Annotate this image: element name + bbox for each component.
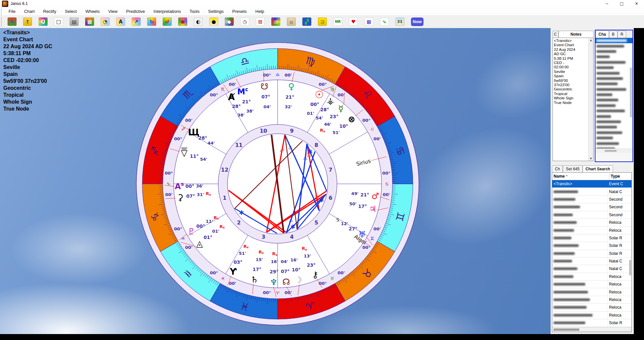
maximize-button[interactable]: □ <box>614 0 629 7</box>
chart-file-item[interactable] <box>595 76 632 81</box>
chart-file-item[interactable] <box>595 103 632 108</box>
table-row[interactable]: Reloca <box>552 312 631 319</box>
chart-file-item[interactable] <box>595 97 632 103</box>
nr-rating-icon[interactable]: NR <box>333 17 342 26</box>
chart-file-item[interactable] <box>595 92 632 97</box>
table-row[interactable]: Natal C <box>552 257 631 265</box>
aspect-table-icon[interactable]: ▦ <box>364 17 373 26</box>
calendar-icon[interactable]: 21 <box>395 17 404 26</box>
chart-file-item[interactable] <box>595 54 632 59</box>
minimize-button[interactable]: − <box>599 0 614 7</box>
tab-r[interactable]: R <box>618 31 627 38</box>
table-row[interactable]: Second <box>552 203 631 211</box>
chart-file-item[interactable] <box>595 114 632 119</box>
menu-tools[interactable]: Tools <box>185 8 204 15</box>
tab-cha[interactable]: Cha <box>595 31 609 38</box>
files-scrollbar-thumb[interactable] <box>630 68 632 117</box>
chart-file-item[interactable] <box>595 124 632 130</box>
chart-files-list[interactable] <box>595 38 632 153</box>
tab-chart-search[interactable]: Chart Search <box>583 165 613 172</box>
notes-listbox[interactable]: <Transits>Event Chart22 Aug 2024AD GC5:3… <box>553 38 593 161</box>
page-view-icon[interactable]: ▦ <box>85 17 94 26</box>
chart-edit-icon[interactable]: ✎ <box>8 17 17 26</box>
eclipse-icon[interactable]: ● <box>209 17 218 26</box>
table-row[interactable]: Natal C <box>552 188 631 195</box>
chart-file-item[interactable] <box>595 38 632 43</box>
table-row[interactable]: Reloca <box>552 296 631 304</box>
scroll-down-icon[interactable]: ▼ <box>590 156 592 161</box>
synastry-hearts-icon[interactable]: ♥ <box>349 17 358 26</box>
menu-file[interactable]: File <box>4 8 20 15</box>
table-row[interactable]: Solar R <box>552 319 631 327</box>
menu-select[interactable]: Select <box>60 8 81 15</box>
clock-icon[interactable]: ◷ <box>240 17 249 26</box>
table-row[interactable]: <Transits>Event C <box>552 180 631 188</box>
table-row[interactable]: Reloca <box>552 219 631 226</box>
chart-file-item[interactable] <box>595 108 632 114</box>
menu-presets[interactable]: Presets <box>228 8 251 15</box>
chart-file-item[interactable] <box>595 81 632 86</box>
chart-file-item[interactable] <box>595 135 632 141</box>
biwheel-ab-icon[interactable]: A <box>116 17 125 26</box>
notes-scrollbar[interactable]: ▲ ▼ <box>588 38 593 161</box>
column-header-name[interactable]: Name ^ <box>552 174 609 179</box>
table-row[interactable]: Reloca <box>552 288 631 296</box>
people-pair-icon[interactable]: ◐ <box>194 17 203 26</box>
close-button[interactable]: ✕ <box>629 0 644 7</box>
menu-settings[interactable]: Settings <box>204 8 228 15</box>
tab-chart-partial[interactable]: C <box>553 31 559 38</box>
menu-help[interactable]: Help <box>251 8 269 15</box>
tab-b[interactable]: B <box>609 31 618 38</box>
open-chart-icon[interactable]: ↑ <box>23 17 32 26</box>
number-grid-icon[interactable]: ⊞ <box>256 17 265 26</box>
table-row[interactable]: Second <box>552 196 631 203</box>
wheel-badge-icon[interactable]: ◉ <box>178 17 187 26</box>
tab-set-645[interactable]: Set 645 <box>563 165 582 172</box>
menu-interpretations[interactable]: Interpretations <box>149 8 185 15</box>
grid-hscroll-thumb[interactable] <box>554 328 579 331</box>
rotate-back-t-icon[interactable]: ↺ <box>163 17 172 26</box>
bullseye-icon[interactable]: ◎ <box>271 17 280 26</box>
menu-wheels[interactable]: Wheels <box>81 8 104 15</box>
grid-vscroll-thumb[interactable] <box>629 260 631 275</box>
world-map-icon[interactable]: ▞ <box>302 17 311 26</box>
chart-file-item[interactable] <box>595 87 632 92</box>
scroll-up-icon[interactable]: ▲ <box>590 38 592 42</box>
rotate-forward-icon[interactable]: ↻ <box>147 17 156 26</box>
kite-pattern-icon[interactable]: ◆ <box>225 17 234 26</box>
biwheel-s-icon[interactable]: ◔ <box>101 17 110 26</box>
column-header-type[interactable]: Type <box>609 174 631 179</box>
grid-hscrollbar[interactable] <box>552 327 631 332</box>
files-hscrollbar[interactable] <box>595 149 632 153</box>
car-icon[interactable]: ⊐ <box>318 17 327 26</box>
now-button[interactable]: Now <box>411 17 424 26</box>
table-row[interactable]: Reloca <box>552 281 631 288</box>
menu-predictive[interactable]: Predictive <box>122 8 149 15</box>
table-row[interactable]: Second <box>552 211 631 219</box>
table-row[interactable]: Natal C <box>552 265 631 273</box>
table-row[interactable]: Reloca <box>552 273 631 281</box>
table-row[interactable]: Solar R <box>552 250 631 257</box>
table-row[interactable]: Solar R <box>552 242 631 250</box>
tab-ch[interactable]: Ch <box>552 165 563 172</box>
chart-file-item[interactable] <box>595 141 632 146</box>
wheel-arrow-icon[interactable]: ↗ <box>132 17 141 26</box>
chart-file-item[interactable] <box>595 119 632 124</box>
table-row[interactable]: Solar R <box>552 234 631 242</box>
biorhythm-icon[interactable]: ∿ <box>380 17 389 26</box>
table-row[interactable]: Reloca <box>552 226 631 234</box>
arch-window-icon[interactable]: ⌂ <box>287 17 296 26</box>
chart-file-item[interactable] <box>595 43 632 49</box>
blank-chart-icon[interactable]: □ <box>54 17 63 26</box>
chart-file-item[interactable] <box>595 130 632 135</box>
menu-rectify[interactable]: Rectify <box>39 8 61 15</box>
chart-file-item[interactable] <box>595 70 632 76</box>
wheel-zoom-icon[interactable]: Q <box>39 17 48 26</box>
chart-file-item[interactable] <box>595 65 632 70</box>
table-row[interactable]: Reloca <box>552 304 631 311</box>
chart-file-item[interactable] <box>595 49 632 54</box>
chart-file-item[interactable] <box>595 60 632 65</box>
menu-view[interactable]: View <box>104 8 122 15</box>
menu-chart[interactable]: Chart <box>20 8 39 15</box>
print-icon[interactable]: ▤ <box>70 17 79 26</box>
